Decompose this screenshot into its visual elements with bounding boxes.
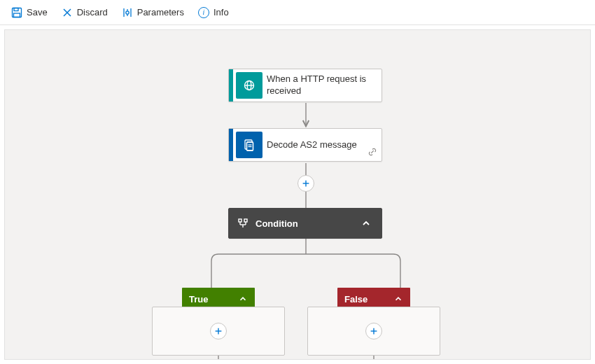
parameters-label: Parameters [137,7,184,18]
parameters-icon [122,7,133,18]
condition-icon [237,218,248,229]
document-icon [236,132,262,158]
info-icon: i [198,7,209,18]
chevron-up-icon [360,218,372,229]
discard-label: Discard [77,7,108,18]
chevron-up-icon [238,294,248,304]
designer-canvas[interactable]: When a HTTP request is received Decode A… [4,29,591,360]
svg-rect-1 [14,8,18,10]
chevron-up-icon [393,294,403,304]
save-label: Save [27,7,48,18]
decode-as2-label: Decode AS2 message [265,135,364,155]
close-icon [62,7,73,18]
save-icon [11,7,22,18]
false-branch-container [307,307,440,356]
true-branch-container [152,307,285,356]
condition-label: Condition [255,218,298,229]
http-trigger-node[interactable]: When a HTTP request is received [228,69,382,102]
info-label: Info [214,7,229,18]
decode-as2-node[interactable]: Decode AS2 message [228,128,382,162]
info-button[interactable]: i Info [192,4,234,21]
svg-rect-21 [244,219,247,222]
condition-node[interactable]: Condition [228,208,382,239]
save-button[interactable]: Save [6,4,53,21]
http-icon [236,72,262,99]
svg-rect-2 [14,13,20,18]
add-action-true-button[interactable] [210,323,227,340]
connection-icon [368,147,377,159]
http-trigger-label: When a HTTP request is received [265,69,377,102]
toolbar: Save Discard Parameters i Info [0,0,595,25]
parameters-button[interactable]: Parameters [116,4,190,21]
node-accent [229,69,233,102]
false-label: False [344,294,368,304]
add-action-false-button[interactable] [365,323,382,340]
true-label: True [189,294,208,304]
add-step-button[interactable] [298,175,314,192]
svg-rect-20 [239,219,241,222]
node-accent [229,129,233,161]
discard-button[interactable]: Discard [56,4,113,21]
svg-point-5 [126,10,129,13]
